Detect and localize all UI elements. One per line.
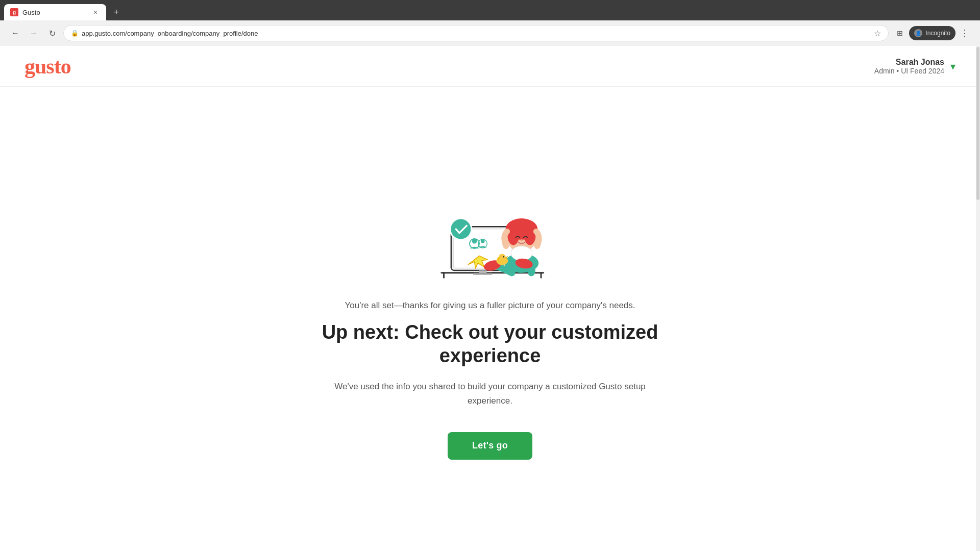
subtitle-text: You're all set—thanks for giving us a fu… — [345, 300, 635, 311]
incognito-icon: 👤 — [914, 29, 922, 37]
user-menu[interactable]: Sarah Jonas Admin • UI Feed 2024 ▾ — [874, 58, 955, 75]
bookmark-icon[interactable]: ☆ — [874, 29, 881, 38]
svg-point-18 — [521, 239, 523, 241]
forward-button[interactable]: → — [27, 26, 41, 40]
incognito-indicator: 👤 Incognito — [909, 26, 955, 40]
user-info: Sarah Jonas Admin • UI Feed 2024 — [874, 58, 944, 75]
nav-right-buttons: ⊞ 👤 Incognito ⋮ — [893, 26, 972, 40]
main-content: You're all set—thanks for giving us a fu… — [0, 87, 980, 551]
user-role: Admin • UI Feed 2024 — [874, 67, 944, 75]
incognito-label: Incognito — [925, 30, 950, 37]
tab-favicon: g — [10, 8, 18, 16]
browser-chrome: g Gusto × + ← → ↻ 🔒 app.gusto.com/compan… — [0, 0, 980, 46]
svg-rect-6 — [473, 273, 493, 275]
user-name: Sarah Jonas — [874, 58, 944, 67]
scrollbar-thumb[interactable] — [976, 47, 979, 200]
main-heading: Up next: Check out your customized exper… — [306, 321, 674, 367]
tab-bar: g Gusto × + — [0, 0, 980, 20]
reload-button[interactable]: ↻ — [45, 26, 59, 40]
svg-point-11 — [450, 218, 472, 240]
back-button[interactable]: ← — [8, 26, 22, 40]
browser-menu-button[interactable]: ⋮ — [958, 26, 972, 40]
tab-close-button[interactable]: × — [91, 8, 100, 17]
navigation-bar: ← → ↻ 🔒 app.gusto.com/company_onboarding… — [0, 20, 980, 46]
svg-point-25 — [503, 256, 504, 258]
lock-icon: 🔒 — [71, 30, 79, 37]
svg-point-23 — [499, 254, 505, 261]
svg-point-16 — [507, 226, 519, 245]
chevron-down-icon: ▾ — [950, 60, 955, 72]
app-container: gusto Sarah Jonas Admin • UI Feed 2024 ▾ — [0, 46, 980, 551]
gusto-logo: gusto — [24, 54, 71, 79]
tab-title: Gusto — [22, 9, 87, 16]
active-tab[interactable]: g Gusto × — [4, 4, 106, 20]
extensions-button[interactable]: ⊞ — [893, 26, 907, 40]
svg-point-10 — [481, 239, 485, 243]
top-nav: gusto Sarah Jonas Admin • UI Feed 2024 ▾ — [0, 46, 980, 87]
new-tab-button[interactable]: + — [108, 4, 125, 20]
svg-point-8 — [472, 239, 477, 244]
success-illustration — [393, 178, 587, 280]
description-text: We've used the info you shared to build … — [316, 380, 664, 407]
scrollbar[interactable] — [976, 46, 980, 551]
address-bar[interactable]: 🔒 app.gusto.com/company_onboarding/compa… — [63, 25, 889, 41]
lets-go-button[interactable]: Let's go — [448, 432, 532, 460]
url-text: app.gusto.com/company_onboarding/company… — [82, 30, 871, 37]
svg-point-17 — [524, 226, 536, 245]
svg-point-19 — [511, 246, 532, 261]
